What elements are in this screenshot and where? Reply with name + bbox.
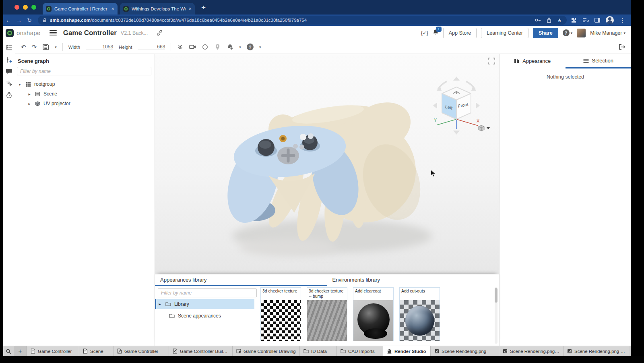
- collapsed-chevron-icon[interactable]: ▸: [157, 302, 162, 306]
- expanded-chevron-icon[interactable]: ▾: [17, 82, 22, 87]
- scene-graph-filter-input[interactable]: [17, 67, 151, 75]
- notifications-bell[interactable]: 1: [433, 29, 439, 37]
- doc-tab-game-controller-drawing[interactable]: Game Controller Drawing: [233, 346, 300, 356]
- folder-icon: [303, 349, 309, 353]
- toolbar-help-icon[interactable]: ?: [247, 44, 254, 50]
- share-button[interactable]: Share: [533, 28, 558, 38]
- light-pin-icon[interactable]: [214, 44, 221, 50]
- exit-render-studio-icon[interactable]: [619, 44, 625, 50]
- save-options-caret[interactable]: ▾: [55, 45, 57, 49]
- browser-tab-withings[interactable]: Withings Develops The World' ×: [120, 3, 195, 15]
- collapsed-chevron-icon[interactable]: ▸: [27, 92, 32, 96]
- back-button[interactable]: ←: [3, 17, 14, 23]
- render-settings-gear-icon[interactable]: [177, 44, 184, 50]
- reading-list-icon[interactable]: [582, 18, 589, 23]
- tree-row-uv-projector[interactable]: ▸ UV projector: [15, 99, 155, 108]
- doc-tab-scene-rendering-png-1[interactable]: Scene Rendering.png (1): [499, 346, 564, 356]
- appearance-item[interactable]: Add clearcoat: [353, 287, 394, 341]
- height-label: Height: [119, 45, 132, 50]
- forward-button[interactable]: →: [14, 17, 24, 23]
- timer-icon[interactable]: [6, 92, 12, 99]
- fullscreen-icon[interactable]: [488, 58, 495, 64]
- doc-tab-label: Game Controller Build4...: [180, 349, 229, 354]
- undo-button[interactable]: ↶: [21, 44, 26, 50]
- doc-tab-game-controller-assembly[interactable]: Game Controller: [114, 346, 169, 356]
- render-viewport[interactable]: X Y Left Front: [155, 54, 499, 274]
- gears-icon[interactable]: [6, 80, 12, 87]
- extensions-puzzle-icon[interactable]: [571, 17, 577, 23]
- help-icon: ?: [563, 29, 570, 36]
- onshape-favicon: [46, 6, 52, 12]
- help-menu[interactable]: ? ▾: [563, 29, 573, 36]
- comment-icon[interactable]: [6, 68, 12, 75]
- add-tab-button[interactable]: +: [14, 346, 27, 356]
- sphere-material-icon[interactable]: [202, 44, 208, 50]
- tree-row-scene[interactable]: ▸ Scene: [15, 89, 155, 99]
- tab-environments-library[interactable]: Environments library: [327, 274, 500, 286]
- minimize-window-button[interactable]: [23, 5, 28, 10]
- appearance-item[interactable]: 3d checker texture: [260, 287, 301, 341]
- caret-down-icon[interactable]: ▾: [239, 45, 241, 49]
- doc-tab-scene-rendering-png-2[interactable]: Scene Rendering.png (2): [564, 346, 629, 356]
- doc-tab-id-data[interactable]: ID Data: [300, 346, 337, 356]
- browser-menu-icon[interactable]: ⋮: [619, 17, 625, 23]
- share-icon[interactable]: [547, 17, 551, 23]
- notification-badge: 1: [436, 27, 442, 32]
- library-scrollbar[interactable]: [495, 287, 497, 344]
- library-tree-row-library[interactable]: ▸ Library: [155, 299, 254, 309]
- browser-action-icons: ⋮: [571, 16, 631, 24]
- learning-center-button[interactable]: Learning Center: [481, 28, 528, 38]
- feature-list-icon[interactable]: [6, 44, 12, 51]
- browser-profile-avatar[interactable]: [606, 16, 614, 24]
- caret-down-icon[interactable]: ▾: [259, 45, 261, 49]
- tab-appearance[interactable]: Appearance: [500, 54, 566, 68]
- doc-tab-game-controller[interactable]: Game Controller: [27, 346, 79, 356]
- appearance-item[interactable]: 3d checker texture -- bump: [307, 287, 347, 341]
- onshape-logo[interactable]: [6, 29, 14, 37]
- appearance-item[interactable]: Add cut-outs: [399, 287, 440, 341]
- main-menu-icon[interactable]: [50, 30, 57, 35]
- bookmark-star-icon[interactable]: ★: [557, 18, 562, 23]
- maximize-window-button[interactable]: [31, 5, 36, 10]
- render-studio-icon: [387, 349, 392, 354]
- tab-selection[interactable]: Selection: [566, 54, 632, 68]
- featurescript-icon[interactable]: {✓}: [421, 30, 428, 36]
- user-avatar[interactable]: [577, 29, 586, 37]
- doc-tab-render-studio[interactable]: Render Studio: [383, 346, 431, 356]
- tab-appearances-library[interactable]: Appearances library: [155, 274, 327, 286]
- close-window-button[interactable]: [14, 5, 19, 10]
- tree-row-rootgroup[interactable]: ▾ rootgroup: [15, 79, 155, 89]
- collapsed-chevron-icon[interactable]: ▸: [27, 102, 32, 106]
- library-tree-row-scene-appearances[interactable]: Scene appearances: [158, 311, 260, 321]
- reload-button[interactable]: ↻: [24, 17, 35, 23]
- redo-button[interactable]: ↷: [32, 44, 37, 50]
- doc-tab-cad-imports[interactable]: CAD Imports: [337, 346, 383, 356]
- image-icon: [503, 349, 508, 354]
- side-panel-icon[interactable]: [594, 18, 600, 23]
- search-tabs-button[interactable]: [3, 346, 14, 356]
- user-menu[interactable]: Mike Manager ▾: [590, 30, 625, 36]
- drawing-icon: [236, 348, 241, 354]
- new-tab-button[interactable]: +: [201, 3, 206, 15]
- save-icon[interactable]: [42, 44, 49, 50]
- camera-icon[interactable]: [189, 44, 196, 50]
- password-key-icon[interactable]: [535, 18, 541, 22]
- view-options-cube-icon[interactable]: [478, 125, 490, 131]
- browser-tab-game-controller[interactable]: Game Controller | Render Stud ×: [43, 3, 118, 15]
- document-version[interactable]: V2.1 Back...: [121, 30, 148, 36]
- view-cube[interactable]: X Y Left Front: [431, 75, 481, 136]
- render-queue-icon[interactable]: [227, 44, 233, 50]
- share-link-icon[interactable]: [157, 30, 163, 36]
- group-grid-icon: [25, 81, 31, 87]
- close-tab-icon[interactable]: ×: [111, 6, 114, 12]
- doc-tab-game-controller-build[interactable]: Game Controller Build4...: [169, 346, 233, 356]
- library-filter-input[interactable]: [158, 288, 257, 297]
- height-input[interactable]: [138, 44, 165, 50]
- configurations-icon[interactable]: [6, 56, 12, 63]
- doc-tab-scene[interactable]: Scene: [79, 346, 114, 356]
- doc-tab-scene-rendering-png[interactable]: Scene Rendering.png: [431, 346, 499, 356]
- app-store-button[interactable]: App Store: [443, 28, 477, 38]
- width-input[interactable]: [86, 44, 113, 50]
- close-tab-icon[interactable]: ×: [188, 6, 192, 12]
- url-field[interactable]: smb.onshape.com/documents/c0372de100d784…: [38, 16, 567, 25]
